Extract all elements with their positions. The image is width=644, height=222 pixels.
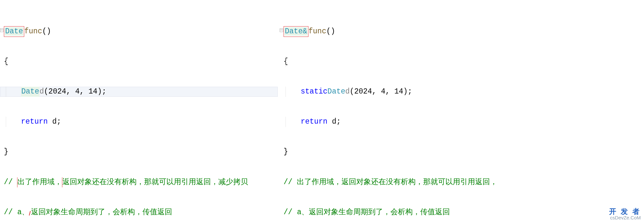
comment-2: // a、返回对象生命周期到了，会析构，传值返回 bbox=[0, 207, 278, 217]
func-params: () bbox=[42, 27, 51, 37]
func-name: func bbox=[308, 27, 326, 37]
func-signature: Date func() bbox=[0, 27, 278, 37]
decl-type: Date bbox=[327, 87, 345, 97]
decl-args: (2024, 4, 14); bbox=[350, 87, 412, 97]
return-type: Date& bbox=[285, 27, 307, 36]
return-kw: return bbox=[301, 117, 327, 127]
return-type: Date bbox=[5, 27, 23, 36]
two-pane-code-comparison: Date func() { Date d(2024, 4, 14); retur… bbox=[0, 0, 644, 222]
decl-var: d bbox=[39, 87, 44, 97]
comment-2: // a、返回对象生命周期到了，会析构，传值返回 bbox=[280, 207, 644, 217]
decl-args: (2024, 4, 14); bbox=[44, 87, 106, 97]
watermark-line2: csDevZe.CoM bbox=[609, 215, 641, 220]
func-name: func bbox=[24, 27, 42, 37]
return-kw: return bbox=[21, 117, 48, 127]
comment-1: // 出了作用域，返回对象还在没有析构，那就可以用引用返回，减少拷贝 bbox=[0, 177, 278, 187]
right-pane: Date& func() { static Date d(2024, 4, 14… bbox=[278, 0, 644, 222]
decl-line: static Date d(2024, 4, 14); bbox=[280, 87, 644, 97]
watermark-line1: 开 发 者 bbox=[609, 208, 641, 215]
brace-open: { bbox=[280, 57, 644, 67]
static-kw: static bbox=[301, 87, 327, 97]
func-params: () bbox=[326, 27, 335, 37]
brace-open: { bbox=[0, 57, 278, 67]
right-code: Date& func() { static Date d(2024, 4, 14… bbox=[280, 6, 644, 222]
return-line: return d; bbox=[0, 117, 278, 127]
return-expr: d; bbox=[327, 117, 341, 127]
return-expr: d; bbox=[48, 117, 61, 127]
left-pane: Date func() { Date d(2024, 4, 14); retur… bbox=[0, 0, 278, 222]
func-signature: Date& func() bbox=[280, 27, 644, 37]
return-line: return d; bbox=[280, 117, 644, 127]
decl-var: d bbox=[345, 87, 350, 97]
decl-line: Date d(2024, 4, 14); bbox=[0, 87, 278, 97]
comment-1: // 出了作用域，返回对象还在没有析构，那就可以用引用返回， bbox=[280, 177, 644, 187]
brace-close: } bbox=[280, 147, 644, 157]
decl-type: Date bbox=[21, 87, 39, 97]
watermark: 开 发 者 csDevZe.CoM bbox=[609, 208, 641, 220]
left-code: Date func() { Date d(2024, 4, 14); retur… bbox=[0, 6, 278, 222]
brace-close: } bbox=[0, 147, 278, 157]
